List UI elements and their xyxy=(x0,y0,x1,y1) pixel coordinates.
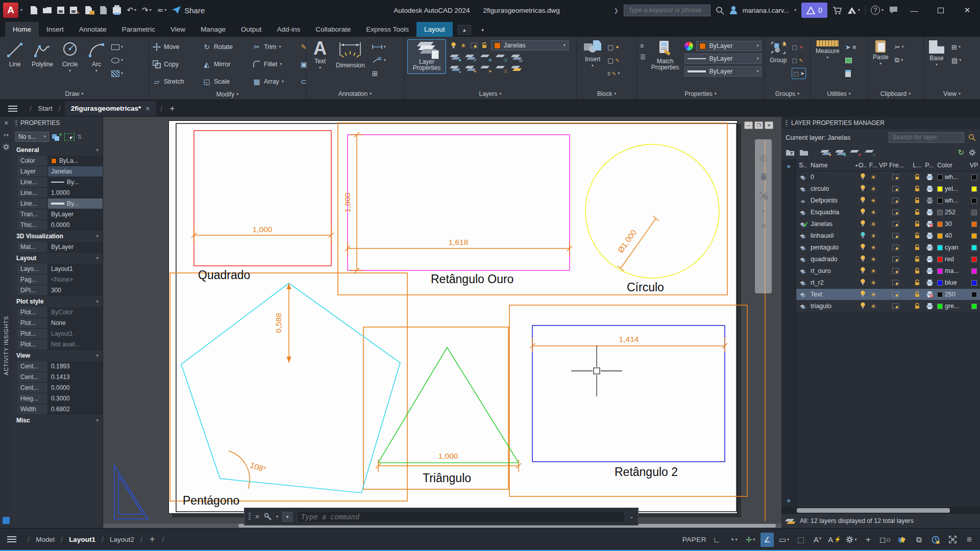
tab-collaborate[interactable]: Collaborate xyxy=(308,22,358,37)
command-input[interactable] xyxy=(297,511,625,523)
layer-unlock-tool[interactable]: ⚿ xyxy=(496,64,506,73)
mobile-upload-button[interactable]: ➜ xyxy=(100,6,107,14)
viewport-rectangles[interactable] xyxy=(170,123,765,521)
property-value[interactable]: 1.0000 xyxy=(48,188,103,198)
property-row[interactable]: LayerJanelas xyxy=(17,166,103,177)
layer-vp-freeze-icon[interactable] xyxy=(879,232,912,239)
property-row[interactable]: Mat...ByLayer xyxy=(17,242,103,253)
user-caret-icon[interactable]: ▾ xyxy=(794,8,796,12)
layer-row-circulo[interactable]: circulo☀yel... xyxy=(796,183,980,195)
col-vp-color[interactable]: VP xyxy=(968,162,979,169)
layer-off-tool[interactable]: ● xyxy=(450,53,460,62)
layer-freeze-tool[interactable]: ❄ xyxy=(481,53,491,62)
layer-row-0[interactable]: 0☀wh... xyxy=(796,171,980,183)
activity-insights-icon[interactable] xyxy=(3,517,10,524)
col-vp-freeze[interactable]: VP Fre... xyxy=(879,162,912,169)
close-button[interactable]: ✕ xyxy=(957,1,978,20)
tab-add-ins[interactable]: Add-ins xyxy=(269,22,308,37)
polyline-button[interactable]: Polyline xyxy=(30,39,55,69)
layer-on-icon[interactable] xyxy=(857,302,868,311)
property-value[interactable]: Not avail... xyxy=(48,339,103,349)
drawing-history-icon[interactable] xyxy=(929,533,942,547)
layer-color-cell[interactable]: blue xyxy=(936,279,968,286)
layer-freeze-icon[interactable]: ☀ xyxy=(868,279,879,287)
section-header-misc[interactable]: Misc▾ xyxy=(12,415,103,426)
layer-row-quadrado[interactable]: quadrado☀red xyxy=(796,254,980,265)
property-row[interactable]: Plot...Layout1 xyxy=(17,329,103,339)
layer-status-icon[interactable] xyxy=(796,303,810,310)
layer-vp-color-cell[interactable] xyxy=(968,304,979,309)
zoom-extents-icon[interactable] xyxy=(759,191,768,200)
layer-plot-icon[interactable] xyxy=(923,291,936,298)
command-recent-icon[interactable]: ▾ xyxy=(282,512,292,522)
layer-row-Defpoints[interactable]: Defpoints☀wh... xyxy=(796,195,980,207)
undo-button[interactable]: ↶▾ xyxy=(127,6,136,15)
layer-status-icon[interactable] xyxy=(796,174,810,181)
square-quadrado[interactable] xyxy=(194,131,331,266)
ribbon-collapse-caret[interactable]: ▾ xyxy=(476,25,489,35)
quick-select-button[interactable]: ➤≣ xyxy=(845,41,856,53)
expand-filter-bottom-icon[interactable]: » xyxy=(787,496,790,504)
layer-lock-icon[interactable] xyxy=(912,232,923,239)
new-group-filter-icon[interactable] xyxy=(799,149,808,156)
paste-button[interactable]: Paste ▾ xyxy=(871,39,891,67)
graphics-performance-icon[interactable] xyxy=(895,533,909,547)
nav-collapse-icon[interactable]: ⊖ xyxy=(761,222,766,230)
create-block-button[interactable]: ▢✦ xyxy=(607,41,620,53)
layer-color-cell[interactable]: yel... xyxy=(936,185,968,192)
layer-name[interactable]: rt_ouro xyxy=(810,267,857,274)
layer-status-icon[interactable] xyxy=(796,291,810,298)
unlock-icon[interactable] xyxy=(481,42,487,49)
tab-express-tools[interactable]: Express Tools xyxy=(358,22,416,37)
quick-calc-button[interactable] xyxy=(845,68,856,79)
panel-label-clipboard[interactable]: Clipboard▾ xyxy=(868,88,923,99)
col-status[interactable]: S.. xyxy=(796,162,810,169)
panel-label-groups[interactable]: Groups▾ xyxy=(765,88,810,99)
linear-dim-button[interactable]: ▾ xyxy=(372,41,386,53)
layer-row-rt_r2[interactable]: rt_r2☀blue xyxy=(796,277,980,289)
layer-vp-freeze-icon[interactable] xyxy=(879,220,912,228)
search-icon[interactable] xyxy=(716,6,724,15)
file-tab-start[interactable]: Start xyxy=(36,101,55,116)
layer-vp-freeze-icon[interactable] xyxy=(879,291,912,298)
layer-color-cell[interactable]: cyan xyxy=(936,244,968,251)
feedback-icon[interactable] xyxy=(889,6,898,14)
properties-palette-header[interactable]: PROPERTIES xyxy=(12,117,103,129)
set-current-layer-button[interactable]: ✓ xyxy=(865,148,875,157)
delete-layer-button[interactable]: ✕ xyxy=(850,148,861,157)
layer-vp-color-cell[interactable] xyxy=(968,292,979,297)
property-value[interactable]: 300 xyxy=(48,285,103,295)
property-value[interactable]: ByLa... xyxy=(48,156,103,166)
dimension-button[interactable]: Dimension xyxy=(334,39,367,70)
col-lock[interactable]: L... xyxy=(912,162,923,169)
layer-color-cell[interactable]: wh... xyxy=(936,197,968,204)
new-property-filter-icon[interactable] xyxy=(786,149,795,156)
snap-mode-icon[interactable]: ◔▾ xyxy=(727,533,740,547)
property-value[interactable]: Janelas xyxy=(48,166,103,177)
rotate-button[interactable]: ↻Rotate xyxy=(202,40,249,54)
layer-name[interactable]: Defpoints xyxy=(810,197,857,204)
layer-lock-icon[interactable] xyxy=(912,279,923,286)
property-value[interactable]: 0.0000 xyxy=(48,220,103,230)
navigation-bar[interactable]: ◎ ▾ ⊖ xyxy=(755,139,772,293)
section-header-plot-style[interactable]: Plot style▾ xyxy=(12,296,103,307)
redo-button[interactable]: ↷▾ xyxy=(142,6,152,15)
trim-button[interactable]: ✂Trim▾ xyxy=(252,40,296,54)
layer-color-cell[interactable]: 40 xyxy=(936,232,968,239)
layer-vp-color-cell[interactable] xyxy=(968,280,979,286)
layer-on-icon[interactable] xyxy=(857,279,868,287)
layer-lock-icon[interactable] xyxy=(912,220,923,228)
layer-lock-icon[interactable] xyxy=(912,267,923,274)
layout2-tab[interactable]: Layout2 xyxy=(108,536,136,543)
file-tab-document[interactable]: 2figurasgeometricas*✕ xyxy=(65,101,156,116)
text-button[interactable]: A Text ▾ xyxy=(311,39,329,71)
tab-manage[interactable]: Manage xyxy=(193,22,233,37)
keyword-search-input[interactable] xyxy=(624,5,710,16)
panel-label-block[interactable]: Block▾ xyxy=(577,88,636,99)
panel-label-properties[interactable]: Properties▾ xyxy=(637,88,764,99)
property-value[interactable]: 0.6802 xyxy=(48,404,103,414)
ribbon-collapse-button[interactable]: ▲ xyxy=(458,25,471,35)
layer-search-input[interactable] xyxy=(889,132,964,143)
linetype-dropdown[interactable]: ByLayer ▾ xyxy=(684,54,762,64)
layer-freeze-icon[interactable]: ☀ xyxy=(868,220,879,228)
